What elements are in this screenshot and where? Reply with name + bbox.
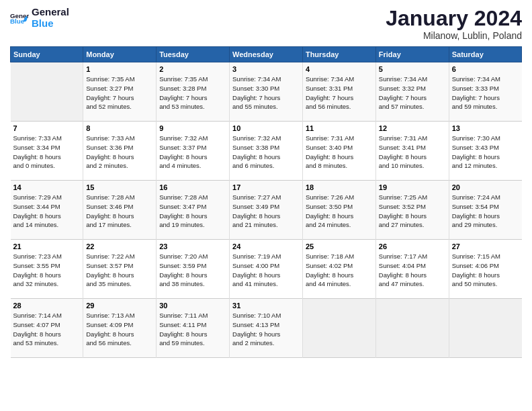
day-number: 30 bbox=[159, 302, 226, 310]
day-info: Sunrise: 7:29 AM Sunset: 3:44 PM Dayligh… bbox=[13, 193, 81, 230]
col-friday: Friday bbox=[375, 47, 449, 62]
day-number: 7 bbox=[13, 124, 81, 132]
cell-w3-d3: 17Sunrise: 7:27 AM Sunset: 3:49 PM Dayli… bbox=[230, 181, 303, 240]
week-row-5: 28Sunrise: 7:14 AM Sunset: 4:07 PM Dayli… bbox=[11, 299, 522, 358]
cell-w2-d6: 13Sunrise: 7:30 AM Sunset: 3:43 PM Dayli… bbox=[449, 122, 521, 181]
cell-w4-d3: 24Sunrise: 7:19 AM Sunset: 4:00 PM Dayli… bbox=[230, 240, 303, 299]
cell-w3-d2: 16Sunrise: 7:28 AM Sunset: 3:47 PM Dayli… bbox=[157, 181, 230, 240]
col-sunday: Sunday bbox=[11, 47, 83, 62]
day-info: Sunrise: 7:11 AM Sunset: 4:11 PM Dayligh… bbox=[159, 311, 226, 348]
cell-w5-d0: 28Sunrise: 7:14 AM Sunset: 4:07 PM Dayli… bbox=[11, 299, 83, 358]
day-info: Sunrise: 7:34 AM Sunset: 3:30 PM Dayligh… bbox=[232, 75, 300, 111]
day-number: 14 bbox=[13, 183, 81, 191]
day-info: Sunrise: 7:32 AM Sunset: 3:38 PM Dayligh… bbox=[232, 134, 300, 171]
day-info: Sunrise: 7:24 AM Sunset: 3:54 PM Dayligh… bbox=[452, 193, 519, 230]
cell-w1-d5: 5Sunrise: 7:34 AM Sunset: 3:32 PM Daylig… bbox=[375, 62, 449, 122]
day-info: Sunrise: 7:34 AM Sunset: 3:31 PM Dayligh… bbox=[306, 75, 373, 111]
day-info: Sunrise: 7:15 AM Sunset: 4:06 PM Dayligh… bbox=[452, 252, 519, 289]
day-number: 19 bbox=[379, 183, 446, 191]
day-info: Sunrise: 7:32 AM Sunset: 3:37 PM Dayligh… bbox=[159, 134, 226, 171]
day-info: Sunrise: 7:27 AM Sunset: 3:49 PM Dayligh… bbox=[232, 193, 300, 230]
week-row-2: 7Sunrise: 7:33 AM Sunset: 3:34 PM Daylig… bbox=[11, 122, 522, 181]
day-number: 24 bbox=[232, 242, 300, 250]
day-number: 2 bbox=[159, 65, 226, 73]
day-number: 5 bbox=[379, 65, 446, 73]
day-number: 27 bbox=[452, 242, 519, 250]
month-title: January 2024 bbox=[386, 7, 522, 30]
day-info: Sunrise: 7:31 AM Sunset: 3:41 PM Dayligh… bbox=[379, 134, 446, 171]
cell-w5-d5 bbox=[375, 299, 449, 358]
day-info: Sunrise: 7:23 AM Sunset: 3:55 PM Dayligh… bbox=[13, 252, 81, 289]
day-info: Sunrise: 7:34 AM Sunset: 3:33 PM Dayligh… bbox=[452, 75, 519, 111]
day-number: 23 bbox=[159, 242, 226, 250]
cell-w1-d6: 6Sunrise: 7:34 AM Sunset: 3:33 PM Daylig… bbox=[449, 62, 521, 122]
cell-w5-d3: 31Sunrise: 7:10 AM Sunset: 4:13 PM Dayli… bbox=[230, 299, 303, 358]
cell-w1-d2: 2Sunrise: 7:35 AM Sunset: 3:28 PM Daylig… bbox=[157, 62, 230, 122]
day-number: 29 bbox=[86, 302, 153, 310]
week-row-3: 14Sunrise: 7:29 AM Sunset: 3:44 PM Dayli… bbox=[11, 181, 522, 240]
cell-w5-d6 bbox=[449, 299, 521, 358]
cell-w3-d1: 15Sunrise: 7:28 AM Sunset: 3:46 PM Dayli… bbox=[83, 181, 157, 240]
cell-w4-d5: 26Sunrise: 7:17 AM Sunset: 4:04 PM Dayli… bbox=[375, 240, 449, 299]
day-info: Sunrise: 7:20 AM Sunset: 3:59 PM Dayligh… bbox=[159, 252, 226, 289]
day-number: 26 bbox=[379, 242, 446, 250]
day-info: Sunrise: 7:10 AM Sunset: 4:13 PM Dayligh… bbox=[232, 311, 300, 348]
cell-w2-d5: 12Sunrise: 7:31 AM Sunset: 3:41 PM Dayli… bbox=[375, 122, 449, 181]
day-info: Sunrise: 7:14 AM Sunset: 4:07 PM Dayligh… bbox=[13, 311, 81, 348]
day-number: 22 bbox=[86, 242, 153, 250]
week-row-4: 21Sunrise: 7:23 AM Sunset: 3:55 PM Dayli… bbox=[11, 240, 522, 299]
day-info: Sunrise: 7:35 AM Sunset: 3:27 PM Dayligh… bbox=[86, 75, 153, 111]
day-info: Sunrise: 7:28 AM Sunset: 3:46 PM Dayligh… bbox=[86, 193, 153, 230]
calendar-table: Sunday Monday Tuesday Wednesday Thursday… bbox=[10, 46, 522, 358]
day-info: Sunrise: 7:26 AM Sunset: 3:50 PM Dayligh… bbox=[306, 193, 373, 230]
day-number: 4 bbox=[306, 65, 373, 73]
day-info: Sunrise: 7:31 AM Sunset: 3:40 PM Dayligh… bbox=[306, 134, 373, 171]
cell-w2-d1: 8Sunrise: 7:33 AM Sunset: 3:36 PM Daylig… bbox=[83, 122, 157, 181]
cell-w4-d2: 23Sunrise: 7:20 AM Sunset: 3:59 PM Dayli… bbox=[157, 240, 230, 299]
cell-w1-d0 bbox=[11, 62, 83, 122]
day-number: 13 bbox=[452, 124, 519, 132]
header: General Blue General Blue January 2024 M… bbox=[10, 7, 522, 41]
cell-w5-d2: 30Sunrise: 7:11 AM Sunset: 4:11 PM Dayli… bbox=[157, 299, 230, 358]
cell-w5-d1: 29Sunrise: 7:13 AM Sunset: 4:09 PM Dayli… bbox=[83, 299, 157, 358]
cell-w5-d4 bbox=[302, 299, 375, 358]
col-saturday: Saturday bbox=[449, 47, 521, 62]
cell-w4-d4: 25Sunrise: 7:18 AM Sunset: 4:02 PM Dayli… bbox=[302, 240, 375, 299]
day-number: 15 bbox=[86, 183, 153, 191]
logo-blue: Blue bbox=[32, 18, 69, 30]
cell-w2-d3: 10Sunrise: 7:32 AM Sunset: 3:38 PM Dayli… bbox=[230, 122, 303, 181]
day-number: 25 bbox=[306, 242, 373, 250]
day-number: 6 bbox=[452, 65, 519, 73]
logo-general: General bbox=[32, 7, 69, 18]
cell-w4-d0: 21Sunrise: 7:23 AM Sunset: 3:55 PM Dayli… bbox=[11, 240, 83, 299]
page: General Blue General Blue January 2024 M… bbox=[0, 0, 532, 411]
week-row-1: 1Sunrise: 7:35 AM Sunset: 3:27 PM Daylig… bbox=[11, 62, 522, 122]
day-info: Sunrise: 7:19 AM Sunset: 4:00 PM Dayligh… bbox=[232, 252, 300, 289]
day-number: 12 bbox=[379, 124, 446, 132]
day-number: 21 bbox=[13, 242, 81, 250]
day-info: Sunrise: 7:30 AM Sunset: 3:43 PM Dayligh… bbox=[452, 134, 519, 171]
day-number: 18 bbox=[306, 183, 373, 191]
svg-text:Blue: Blue bbox=[10, 17, 25, 25]
day-number: 8 bbox=[86, 124, 153, 132]
day-info: Sunrise: 7:22 AM Sunset: 3:57 PM Dayligh… bbox=[86, 252, 153, 289]
cell-w3-d6: 20Sunrise: 7:24 AM Sunset: 3:54 PM Dayli… bbox=[449, 181, 521, 240]
day-number: 28 bbox=[13, 302, 81, 310]
location: Milanow, Lublin, Poland bbox=[386, 30, 522, 41]
cell-w2-d0: 7Sunrise: 7:33 AM Sunset: 3:34 PM Daylig… bbox=[11, 122, 83, 181]
day-info: Sunrise: 7:34 AM Sunset: 3:32 PM Dayligh… bbox=[379, 75, 446, 111]
day-info: Sunrise: 7:33 AM Sunset: 3:34 PM Dayligh… bbox=[13, 134, 81, 171]
day-info: Sunrise: 7:28 AM Sunset: 3:47 PM Dayligh… bbox=[159, 193, 226, 230]
cell-w3-d4: 18Sunrise: 7:26 AM Sunset: 3:50 PM Dayli… bbox=[302, 181, 375, 240]
day-info: Sunrise: 7:17 AM Sunset: 4:04 PM Dayligh… bbox=[379, 252, 446, 289]
header-row: Sunday Monday Tuesday Wednesday Thursday… bbox=[11, 47, 522, 62]
col-tuesday: Tuesday bbox=[157, 47, 230, 62]
day-number: 17 bbox=[232, 183, 300, 191]
col-wednesday: Wednesday bbox=[230, 47, 303, 62]
title-block: January 2024 Milanow, Lublin, Poland bbox=[386, 7, 522, 41]
cell-w2-d2: 9Sunrise: 7:32 AM Sunset: 3:37 PM Daylig… bbox=[157, 122, 230, 181]
col-monday: Monday bbox=[83, 47, 157, 62]
cell-w1-d3: 3Sunrise: 7:34 AM Sunset: 3:30 PM Daylig… bbox=[230, 62, 303, 122]
day-info: Sunrise: 7:33 AM Sunset: 3:36 PM Dayligh… bbox=[86, 134, 153, 171]
day-number: 9 bbox=[159, 124, 226, 132]
